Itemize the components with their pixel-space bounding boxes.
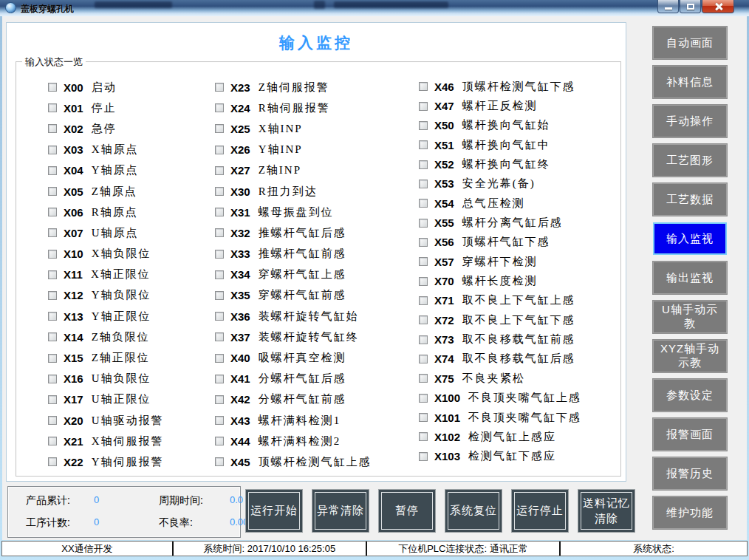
pause-button[interactable]: 暂停	[378, 489, 436, 533]
checkbox-x36[interactable]	[215, 312, 224, 321]
checkbox-x73[interactable]	[419, 335, 428, 344]
sidebar-button-parameter-setting[interactable]: 参数设定	[653, 379, 727, 412]
input-row-x06: X06R轴原点	[48, 202, 164, 222]
checkbox-x02[interactable]	[48, 124, 57, 133]
input-label: Y轴INP	[259, 143, 303, 157]
input-label: Z轴正限位	[92, 351, 150, 365]
checkbox-x20[interactable]	[48, 416, 57, 425]
checkbox-x100[interactable]	[419, 394, 428, 403]
close-button[interactable]	[702, 0, 734, 13]
maximize-button[interactable]	[680, 0, 701, 13]
checkbox-x05[interactable]	[48, 187, 57, 196]
input-row-x12: X12Y轴负限位	[48, 285, 164, 306]
checkbox-x25[interactable]	[215, 124, 224, 133]
sidebar-button-manual-operation[interactable]: 手动操作	[653, 105, 727, 137]
checkbox-x30[interactable]	[215, 187, 224, 196]
checkbox-x41[interactable]	[215, 375, 224, 383]
checkbox-x74[interactable]	[419, 355, 428, 363]
checkbox-x14[interactable]	[48, 332, 57, 341]
checkbox-x42[interactable]	[215, 395, 224, 404]
checkbox-x24[interactable]	[215, 103, 224, 112]
checkbox-x04[interactable]	[48, 166, 57, 175]
titlebar[interactable]: 盖板穿螺孔机	[0, 0, 749, 16]
checkbox-x45[interactable]	[215, 457, 224, 466]
checkbox-x31[interactable]	[215, 208, 224, 216]
checkbox-x32[interactable]	[215, 228, 224, 237]
input-label: 推螺杆气缸后感	[259, 226, 346, 240]
checkbox-x50[interactable]	[419, 121, 428, 130]
checkbox-x52[interactable]	[419, 160, 428, 169]
sidebar-button-refill-info[interactable]: 补料信息	[653, 66, 727, 98]
checkbox-x07[interactable]	[48, 228, 57, 237]
input-row-x75: X75不良夹紧松	[419, 369, 581, 388]
checkbox-x103[interactable]	[419, 452, 428, 461]
checkbox-x40[interactable]	[215, 354, 224, 363]
input-row-x02: X02急停	[48, 118, 164, 139]
checkbox-x21[interactable]	[48, 437, 57, 445]
checkbox-x12[interactable]	[48, 291, 57, 300]
error-clear-button[interactable]: 异常清除	[312, 489, 369, 533]
minimize-button[interactable]	[657, 0, 679, 13]
checkbox-x70[interactable]	[419, 277, 428, 286]
checkbox-x46[interactable]	[419, 82, 428, 91]
checkbox-x10[interactable]	[48, 250, 57, 259]
checkbox-x06[interactable]	[48, 208, 57, 216]
app-icon	[5, 2, 16, 13]
sidebar-button-process-graphic[interactable]: 工艺图形	[653, 144, 727, 177]
sidebar-button-input-monitor[interactable]: 输入监视	[653, 222, 727, 255]
run-start-button[interactable]: 运行开始	[245, 489, 303, 533]
feed-memory-clear-button[interactable]: 送料记忆清除	[578, 489, 635, 533]
input-row-x13: X13Y轴正限位	[48, 306, 164, 327]
checkbox-x17[interactable]	[48, 395, 57, 404]
checkbox-x53[interactable]	[419, 180, 428, 188]
checkbox-x72[interactable]	[419, 315, 428, 324]
checkbox-x27[interactable]	[215, 166, 224, 175]
checkbox-x71[interactable]	[419, 296, 428, 305]
sidebar-button-alarm-screen[interactable]: 报警画面	[653, 418, 727, 451]
checkbox-x75[interactable]	[419, 374, 428, 383]
checkbox-x34[interactable]	[215, 270, 224, 279]
checkbox-x15[interactable]	[48, 354, 57, 363]
sidebar-button-u-axis-teach[interactable]: U轴手动示教	[653, 301, 727, 333]
input-row-x37: X37装螺杆旋转气缸终	[215, 327, 372, 347]
input-label: U轴驱动报警	[92, 414, 164, 428]
checkbox-x22[interactable]	[48, 457, 57, 466]
input-code: X47	[434, 100, 454, 112]
checkbox-x33[interactable]	[215, 250, 224, 259]
sidebar-button-auto-screen[interactable]: 自动画面	[653, 27, 727, 59]
checkbox-x44[interactable]	[215, 437, 224, 445]
input-row-x43: X43螺杆满料检测1	[215, 410, 372, 431]
checkbox-x54[interactable]	[419, 199, 428, 208]
checkbox-x26[interactable]	[215, 146, 224, 154]
checkbox-x57[interactable]	[419, 257, 428, 266]
sidebar-button-process-data[interactable]: 工艺数据	[653, 183, 727, 216]
input-row-x40: X40吸螺杆真空检测	[215, 347, 372, 368]
checkbox-x03[interactable]	[48, 146, 57, 154]
run-stop-button[interactable]: 运行停止	[511, 489, 569, 533]
sidebar-button-output-monitor[interactable]: 输出监视	[653, 262, 727, 294]
sidebar-button-alarm-history[interactable]: 报警历史	[653, 457, 727, 490]
checkbox-x23[interactable]	[215, 83, 224, 92]
checkbox-x11[interactable]	[48, 270, 57, 279]
input-label: 取不良移载气缸前感	[462, 332, 575, 346]
checkbox-x35[interactable]	[215, 291, 224, 300]
statusbar-segment-developer: XX通信开发	[2, 542, 174, 556]
system-reset-button[interactable]: 系统复位	[445, 489, 502, 533]
checkbox-x43[interactable]	[215, 416, 224, 425]
checkbox-x56[interactable]	[419, 238, 428, 247]
sidebar-button-xyz-axis-teach[interactable]: XYZ轴手动示教	[653, 340, 727, 372]
checkbox-x47[interactable]	[419, 102, 428, 111]
checkbox-x102[interactable]	[419, 432, 428, 441]
checkbox-x00[interactable]	[48, 83, 57, 92]
checkbox-x101[interactable]	[419, 413, 428, 422]
checkbox-x37[interactable]	[215, 332, 224, 341]
checkbox-x01[interactable]	[48, 103, 57, 112]
checkbox-x51[interactable]	[419, 140, 428, 149]
checkbox-x16[interactable]	[48, 375, 57, 383]
checkbox-x13[interactable]	[48, 312, 57, 321]
cycle-time-label: 周期时间:	[159, 494, 230, 508]
checkbox-x55[interactable]	[419, 219, 428, 228]
sidebar-button-maintenance[interactable]: 维护功能	[653, 496, 727, 529]
background-window-artifact	[314, 1, 325, 9]
input-label: Z轴伺服报警	[259, 81, 329, 95]
